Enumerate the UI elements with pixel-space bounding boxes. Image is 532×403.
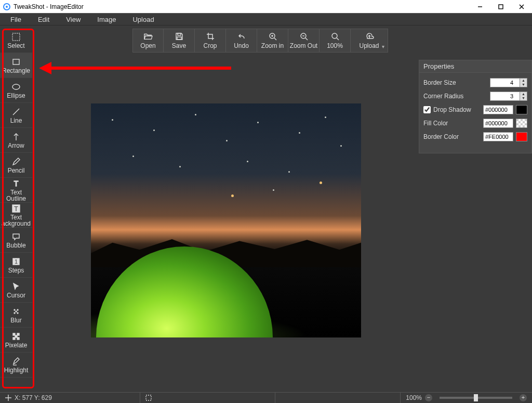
upload-button[interactable]: Upload ▾	[351, 29, 388, 53]
tool-label: Arrow	[8, 142, 24, 149]
tool-text-background[interactable]: TText ackground	[0, 203, 32, 228]
tool-label: Ellipse	[7, 93, 25, 99]
svg-point-17	[14, 313, 15, 314]
tool-pencil[interactable]: Pencil	[0, 153, 32, 178]
text-outline-icon: T	[11, 179, 21, 188]
drop-shadow-color-swatch[interactable]	[516, 105, 527, 114]
blur-icon	[11, 307, 21, 316]
main-area: SelectRectangleEllipseLineArrowPencilTTe…	[0, 25, 532, 392]
svg-rect-5	[13, 59, 19, 64]
drop-shadow-checkbox[interactable]	[423, 106, 431, 113]
tool-blur[interactable]: Blur	[0, 303, 32, 328]
tool-select[interactable]: Select	[0, 28, 32, 53]
undo-icon	[237, 32, 246, 41]
menu-file[interactable]: File	[2, 14, 30, 25]
menu-view[interactable]: View	[58, 14, 89, 25]
zoom-in-button[interactable]: Zoom in	[257, 29, 288, 53]
svg-point-14	[14, 309, 15, 310]
svg-line-32	[305, 38, 308, 40]
tool-text-outline[interactable]: TText Outline	[0, 178, 32, 203]
pencil-icon	[11, 157, 21, 166]
menu-upload[interactable]: Upload	[124, 14, 162, 25]
zoom-plus-button[interactable]: +	[520, 394, 527, 401]
save-button[interactable]: Save	[164, 29, 195, 53]
arrow-icon	[11, 132, 21, 141]
app-icon	[3, 3, 10, 10]
svg-rect-1	[499, 5, 503, 9]
svg-point-6	[12, 84, 20, 89]
tool-label: Select	[7, 43, 24, 49]
undo-button[interactable]: Undo	[226, 29, 257, 53]
tool-cursor[interactable]: Cursor	[0, 278, 32, 303]
svg-point-16	[16, 311, 17, 312]
svg-rect-23	[17, 337, 19, 340]
border-color-swatch[interactable]	[516, 132, 527, 141]
tool-ellipse[interactable]: Ellipse	[0, 78, 32, 103]
fill-color-swatch[interactable]	[516, 119, 527, 128]
tool-label: Text ackground	[2, 214, 31, 227]
tool-highlight[interactable]: Highlight	[0, 353, 32, 378]
crop-icon	[206, 32, 215, 41]
canvas[interactable]	[91, 103, 361, 337]
menu-bar: File Edit View Image Upload	[0, 13, 532, 25]
border-color-input[interactable]	[483, 132, 513, 141]
maximize-button[interactable]	[490, 0, 511, 13]
svg-line-7	[13, 109, 19, 115]
svg-rect-26	[177, 37, 181, 40]
fill-color-input[interactable]	[483, 119, 513, 128]
crosshair-icon	[5, 395, 11, 401]
svg-rect-4	[12, 33, 20, 41]
tool-arrow[interactable]: Arrow	[0, 128, 32, 153]
svg-rect-38	[146, 395, 151, 400]
zoom-100-icon	[330, 32, 340, 41]
tool-line[interactable]: Line	[0, 103, 32, 128]
folder-open-icon	[143, 32, 153, 41]
minimize-button[interactable]	[470, 0, 490, 13]
border-size-spinner[interactable]: ▲▼	[520, 78, 527, 87]
status-bar: X: 577 Y: 629 100% − +	[0, 392, 532, 403]
tool-label: Pencil	[8, 167, 25, 174]
zoom-slider[interactable]	[440, 397, 512, 399]
corner-radius-spinner[interactable]: ▲▼	[520, 92, 527, 101]
svg-line-35	[337, 38, 339, 40]
svg-point-18	[17, 313, 18, 314]
tool-label: Rectangle	[2, 68, 30, 74]
menu-image[interactable]: Image	[89, 14, 124, 25]
tool-label: Blur	[10, 317, 21, 323]
menu-edit[interactable]: Edit	[30, 14, 58, 25]
drop-shadow-color-input[interactable]	[483, 105, 513, 114]
window-titlebar: TweakShot - ImageEditor	[0, 0, 532, 13]
tool-label: Pixelate	[5, 342, 28, 348]
open-button[interactable]: Open	[132, 29, 164, 53]
corner-radius-input[interactable]	[490, 92, 520, 101]
highlight-icon	[11, 357, 21, 366]
tool-bubble[interactable]: Bubble	[0, 228, 32, 253]
tool-rectangle[interactable]: Rectangle	[0, 53, 32, 78]
crop-button[interactable]: Crop	[195, 29, 226, 53]
tool-label: Text Outline	[6, 189, 26, 202]
svg-text:T: T	[14, 205, 18, 213]
zoom-out-button[interactable]: Zoom Out	[288, 29, 320, 53]
properties-panel: Properties Border Size ▲▼ Corner Radius …	[419, 60, 532, 153]
svg-text:1: 1	[15, 258, 18, 265]
tool-steps[interactable]: 1Steps	[0, 253, 32, 278]
corner-radius-label: Corner Radius	[423, 93, 490, 100]
rectangle-icon	[11, 57, 21, 67]
close-button[interactable]	[511, 0, 532, 13]
fill-color-label: Fill Color	[423, 120, 483, 127]
steps-icon: 1	[11, 257, 21, 266]
zoom-100-button[interactable]: 100%	[320, 29, 351, 53]
zoom-out-icon	[299, 32, 309, 41]
top-toolbar: Open Save Crop Undo Zoom in Zoom Out 100…	[132, 29, 388, 53]
zoom-in-icon	[268, 32, 277, 41]
svg-text:T: T	[14, 179, 19, 188]
properties-header: Properties	[419, 60, 531, 73]
tool-label: Cursor	[7, 292, 25, 298]
border-size-input[interactable]	[490, 78, 520, 87]
pixelate-icon	[11, 332, 21, 341]
svg-line-28	[274, 38, 276, 40]
tool-pixelate[interactable]: Pixelate	[0, 328, 32, 353]
status-selection	[140, 393, 275, 403]
zoom-minus-button[interactable]: −	[425, 394, 432, 401]
select-icon	[11, 32, 21, 42]
